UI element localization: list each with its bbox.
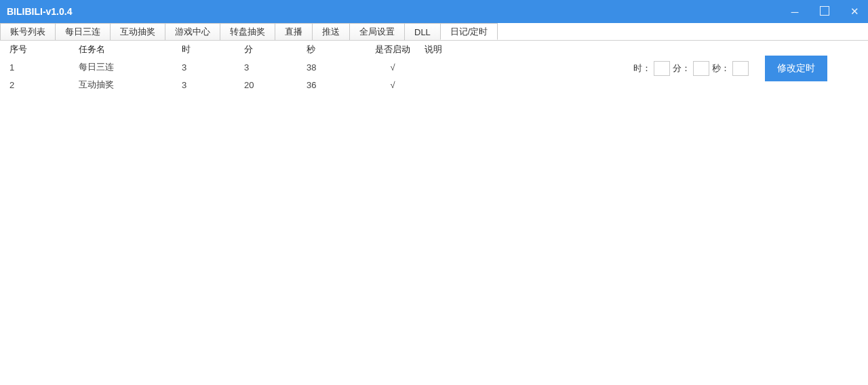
- cell-desc: [420, 58, 564, 76]
- cell-enabled: √: [365, 76, 420, 94]
- titlebar: BILIBILI-v1.0.4 ─ ✕: [0, 0, 868, 23]
- cell-second: 38: [302, 58, 365, 76]
- cell-name: 互动抽奖: [75, 76, 178, 94]
- tab-interactive-lottery[interactable]: 互动抽奖: [110, 23, 165, 40]
- tab-dll[interactable]: DLL: [404, 23, 441, 40]
- tab-daily-triple[interactable]: 每日三连: [55, 23, 111, 40]
- content-area: 序号 任务名 时 分 秒 是否启动 说明 1 每日三连 3 3 38 √: [0, 41, 868, 385]
- close-button[interactable]: ✕: [848, 5, 861, 18]
- input-minute[interactable]: [693, 61, 709, 76]
- table-header-row: 序号 任务名 时 分 秒 是否启动 说明: [5, 41, 564, 58]
- tab-push[interactable]: 推送: [312, 23, 350, 40]
- cell-desc: [420, 76, 564, 94]
- tab-strip: 账号列表 每日三连 互动抽奖 游戏中心 转盘抽奖 直播 推送 全局设置 DLL …: [0, 23, 868, 41]
- tab-live[interactable]: 直播: [275, 23, 313, 40]
- col-header-second: 秒: [302, 41, 365, 58]
- cell-minute: 20: [240, 76, 302, 94]
- tab-diary-timer[interactable]: 日记/定时: [440, 23, 498, 40]
- cell-second: 36: [302, 76, 365, 94]
- minimize-button[interactable]: ─: [788, 6, 802, 18]
- col-header-id: 序号: [5, 41, 75, 58]
- window-title: BILIBILI-v1.0.4: [7, 6, 72, 17]
- input-hour[interactable]: [654, 61, 670, 76]
- window: BILIBILI-v1.0.4 ─ ✕ 账号列表 每日三连 互动抽奖 游戏中心 …: [0, 0, 868, 385]
- col-header-enabled: 是否启动: [365, 41, 420, 58]
- col-header-hour: 时: [178, 41, 240, 58]
- maximize-button[interactable]: [818, 6, 831, 18]
- label-second: 秒：: [712, 62, 730, 75]
- window-controls: ─ ✕: [788, 5, 861, 18]
- col-header-name: 任务名: [75, 41, 178, 58]
- cell-hour: 3: [178, 76, 240, 94]
- table-row[interactable]: 1 每日三连 3 3 38 √: [5, 58, 564, 76]
- cell-hour: 3: [178, 58, 240, 76]
- tab-account-list[interactable]: 账号列表: [0, 23, 56, 40]
- cell-enabled: √: [365, 58, 420, 76]
- col-header-desc: 说明: [420, 41, 564, 58]
- edit-timer-panel: 时： 分： 秒： 修改定时: [633, 56, 827, 81]
- table-row[interactable]: 2 互动抽奖 3 20 36 √: [5, 76, 564, 94]
- label-minute: 分：: [673, 62, 690, 75]
- cell-name: 每日三连: [75, 58, 178, 76]
- tab-global-settings[interactable]: 全局设置: [349, 23, 405, 40]
- maximize-icon: [820, 6, 829, 16]
- cell-id: 1: [5, 58, 75, 76]
- cell-minute: 3: [240, 58, 302, 76]
- input-second[interactable]: [732, 61, 749, 76]
- tab-wheel-lottery[interactable]: 转盘抽奖: [220, 23, 275, 40]
- modify-timer-button[interactable]: 修改定时: [765, 56, 827, 81]
- timer-table: 序号 任务名 时 分 秒 是否启动 说明 1 每日三连 3 3 38 √: [5, 41, 564, 94]
- col-header-minute: 分: [240, 41, 302, 58]
- tab-game-center[interactable]: 游戏中心: [165, 23, 220, 40]
- cell-id: 2: [5, 76, 75, 94]
- label-hour: 时：: [633, 62, 651, 75]
